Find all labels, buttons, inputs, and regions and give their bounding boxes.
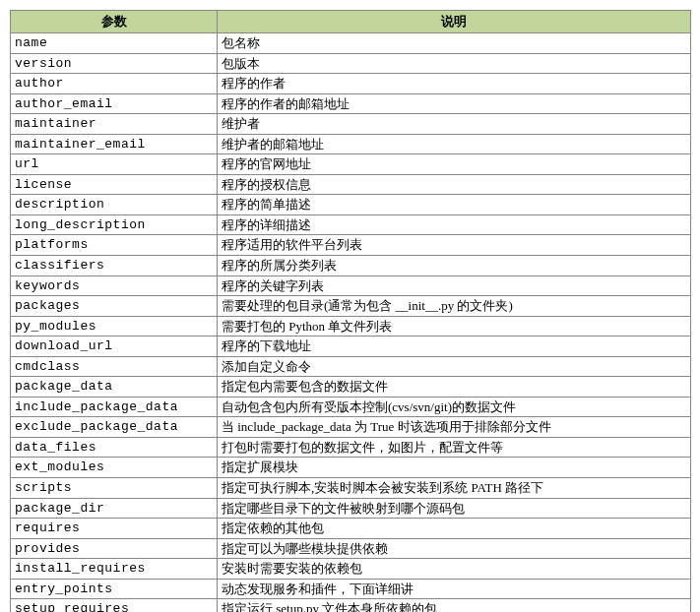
desc-cell: 添加自定义命令 xyxy=(218,356,691,377)
params-table: 参数 说明 name包名称version包版本author程序的作者author… xyxy=(10,10,691,612)
table-row: package_dir指定哪些目录下的文件被映射到哪个源码包 xyxy=(11,498,691,519)
desc-cell: 程序的作者的邮箱地址 xyxy=(218,93,691,114)
param-cell: package_dir xyxy=(11,498,218,519)
table-row: data_files打包时需要打包的数据文件，如图片，配置文件等 xyxy=(11,437,691,458)
param-cell: requires xyxy=(11,519,218,539)
desc-cell: 程序的所属分类列表 xyxy=(218,256,691,276)
table-row: requires指定依赖的其他包 xyxy=(11,519,691,539)
desc-cell: 程序的作者 xyxy=(218,74,691,94)
param-cell: include_package_data xyxy=(11,397,218,417)
param-cell: url xyxy=(11,154,218,175)
table-row: ext_modules指定扩展模块 xyxy=(11,458,691,478)
param-cell: cmdclass xyxy=(11,356,218,377)
desc-cell: 指定哪些目录下的文件被映射到哪个源码包 xyxy=(218,498,691,519)
desc-cell: 指定依赖的其他包 xyxy=(218,519,691,539)
desc-cell: 指定可以为哪些模块提供依赖 xyxy=(218,538,691,559)
table-row: classifiers程序的所属分类列表 xyxy=(11,256,691,276)
param-cell: version xyxy=(11,53,218,74)
desc-cell: 程序的详细描述 xyxy=(218,214,691,235)
param-cell: download_url xyxy=(11,337,218,357)
param-cell: exclude_package_data xyxy=(11,417,218,438)
param-cell: long_description xyxy=(11,214,218,235)
table-row: scripts指定可执行脚本,安装时脚本会被安装到系统 PATH 路径下 xyxy=(11,478,691,499)
desc-cell: 当 include_package_data 为 True 时该选项用于排除部分… xyxy=(218,417,691,438)
param-cell: author xyxy=(11,74,218,94)
param-cell: package_data xyxy=(11,377,218,398)
param-cell: classifiers xyxy=(11,256,218,276)
table-row: py_modules需要打包的 Python 单文件列表 xyxy=(11,316,691,337)
param-cell: platforms xyxy=(11,235,218,256)
table-row: package_data指定包内需要包含的数据文件 xyxy=(11,377,691,398)
desc-cell: 安装时需要安装的依赖包 xyxy=(218,559,691,580)
desc-cell: 指定扩展模块 xyxy=(218,458,691,478)
param-cell: name xyxy=(11,33,218,54)
param-cell: maintainer_email xyxy=(11,134,218,154)
table-row: author程序的作者 xyxy=(11,74,691,94)
table-row: install_requires安装时需要安装的依赖包 xyxy=(11,559,691,580)
param-cell: packages xyxy=(11,296,218,317)
table-row: exclude_package_data当 include_package_da… xyxy=(11,417,691,438)
table-row: include_package_data自动包含包内所有受版本控制(cvs/sv… xyxy=(11,397,691,417)
table-row: version包版本 xyxy=(11,53,691,74)
param-cell: author_email xyxy=(11,93,218,114)
desc-cell: 包名称 xyxy=(218,33,691,54)
desc-cell: 动态发现服务和插件，下面详细讲 xyxy=(218,579,691,599)
desc-cell: 需要打包的 Python 单文件列表 xyxy=(218,316,691,337)
param-cell: install_requires xyxy=(11,559,218,580)
desc-cell: 程序适用的软件平台列表 xyxy=(218,235,691,256)
desc-cell: 指定包内需要包含的数据文件 xyxy=(218,377,691,398)
desc-cell: 程序的授权信息 xyxy=(218,174,691,195)
desc-cell: 指定运行 setup.py 文件本身所依赖的包 xyxy=(218,599,691,612)
table-row: setup_requires指定运行 setup.py 文件本身所依赖的包 xyxy=(11,599,691,612)
header-desc: 说明 xyxy=(218,11,691,33)
table-row: provides指定可以为哪些模块提供依赖 xyxy=(11,538,691,559)
param-cell: provides xyxy=(11,538,218,559)
desc-cell: 程序的下载地址 xyxy=(218,337,691,357)
table-row: name包名称 xyxy=(11,33,691,54)
param-cell: setup_requires xyxy=(11,599,218,612)
table-row: license程序的授权信息 xyxy=(11,174,691,195)
param-cell: scripts xyxy=(11,478,218,499)
desc-cell: 包版本 xyxy=(218,53,691,74)
desc-cell: 程序的简单描述 xyxy=(218,195,691,215)
param-cell: description xyxy=(11,195,218,215)
desc-cell: 维护者的邮箱地址 xyxy=(218,134,691,154)
table-row: maintainer维护者 xyxy=(11,114,691,135)
param-cell: py_modules xyxy=(11,316,218,337)
param-cell: maintainer xyxy=(11,114,218,135)
table-row: url程序的官网地址 xyxy=(11,154,691,175)
table-row: download_url程序的下载地址 xyxy=(11,337,691,357)
table-row: long_description程序的详细描述 xyxy=(11,214,691,235)
table-row: author_email程序的作者的邮箱地址 xyxy=(11,93,691,114)
table-row: entry_points动态发现服务和插件，下面详细讲 xyxy=(11,579,691,599)
table-row: platforms程序适用的软件平台列表 xyxy=(11,235,691,256)
table-row: description程序的简单描述 xyxy=(11,195,691,215)
desc-cell: 指定可执行脚本,安装时脚本会被安装到系统 PATH 路径下 xyxy=(218,478,691,499)
param-cell: license xyxy=(11,174,218,195)
param-cell: data_files xyxy=(11,437,218,458)
desc-cell: 程序的关键字列表 xyxy=(218,275,691,296)
desc-cell: 打包时需要打包的数据文件，如图片，配置文件等 xyxy=(218,437,691,458)
desc-cell: 自动包含包内所有受版本控制(cvs/svn/git)的数据文件 xyxy=(218,397,691,417)
table-row: cmdclass添加自定义命令 xyxy=(11,356,691,377)
header-row: 参数 说明 xyxy=(11,11,691,33)
desc-cell: 程序的官网地址 xyxy=(218,154,691,175)
param-cell: keywords xyxy=(11,275,218,296)
table-row: keywords程序的关键字列表 xyxy=(11,275,691,296)
table-row: maintainer_email维护者的邮箱地址 xyxy=(11,134,691,154)
table-row: packages需要处理的包目录(通常为包含 __init__.py 的文件夹) xyxy=(11,296,691,317)
desc-cell: 需要处理的包目录(通常为包含 __init__.py 的文件夹) xyxy=(218,296,691,317)
header-param: 参数 xyxy=(11,11,218,33)
param-cell: ext_modules xyxy=(11,458,218,478)
param-cell: entry_points xyxy=(11,579,218,599)
desc-cell: 维护者 xyxy=(218,114,691,135)
